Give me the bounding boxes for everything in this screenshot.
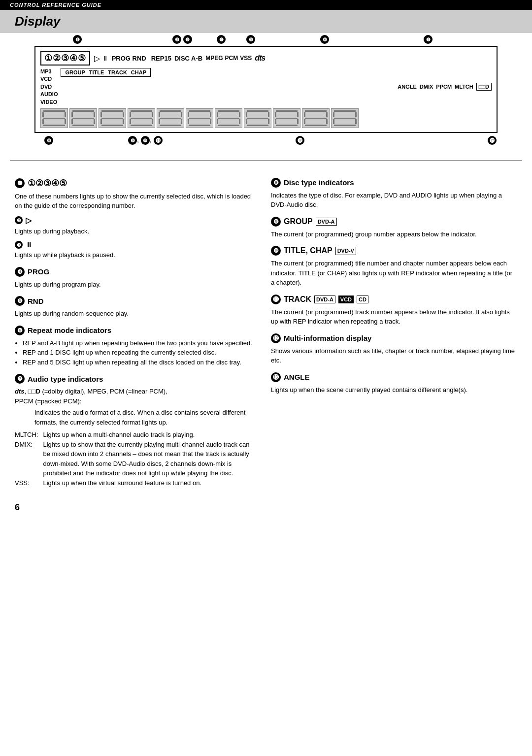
dts-logo: dts [255,54,265,63]
section-5-heading: ❺ RND [15,296,256,306]
section-3: ❸ ⏸ Lights up while playback is paused. [15,241,256,260]
section-8-heading: ❽ Disc type indicators [271,178,517,188]
lcd-panel: ①②③④⑤ ▷ ⏸ PROG RND REP15 DISC A-B MPEG P… [34,46,498,133]
section-6-bullets: REP and A-B light up when repeating betw… [15,338,256,367]
top-bar-label: CONTROL REFERENCE GUIDE [10,2,101,8]
digit-3 [99,108,126,128]
page-number: 6 [15,502,20,512]
angle-dmix-ppcm-mltch: ANGLE DMIX PPCM MLTCH □□D [398,83,492,91]
digit-8 [244,108,271,128]
source-labels: MP3 VCD DVD AUDIO VIDEO [40,68,58,106]
page-title-section: Display [0,10,532,33]
mpeg: MPEG [205,55,223,62]
section-4: ❹ PROG Lights up during program play. [15,267,256,290]
section-4-text: Lights up during program play. [15,280,256,290]
digit-5 [157,108,184,128]
left-column: ❶ ①②③④⑤ One of these numbers lights up t… [15,171,266,488]
section-13-text: Lights up when the scene currently playe… [271,385,517,395]
callout-4: ❹ [217,35,226,44]
group-title-track-chap: GROUP TITLE TRACK CHAP [61,68,151,77]
callout-1: ❶ [73,35,82,44]
section-8-text: Indicates the type of disc. For example,… [271,191,517,210]
section-2: ❷ ▷ Lights up during playback. [15,216,256,236]
rep15: REP15 [151,55,171,62]
section-2-text: Lights up during playback. [15,227,256,236]
section-3-text: Lights up while playback is paused. [15,250,256,260]
section-10: ❿ TITLE, CHAP DVD-V The current (or prog… [271,246,517,288]
section-10-text: The current (or programmed) title number… [271,259,517,288]
callout-13-pos: ⓭ [488,136,497,145]
page-title: Display [15,14,61,29]
section-9: ❾ GROUP DVD-A The current (or programmed… [271,217,517,239]
divider [10,161,522,161]
section-11-text: The current (or programmed) track number… [271,307,517,327]
section-7: ❼ Audio type indicators dts, □□D (=dolby… [15,374,256,488]
section-5: ❺ RND Lights up during random-sequence p… [15,296,256,319]
section-9-text: The current (or programmed) group number… [271,230,517,239]
section-4-heading: ❹ PROG [15,267,256,277]
section-11: ⓫ TRACK DVD-A VCD CD The current (or pro… [271,295,517,327]
digit-9 [273,108,300,128]
vss: VSS [240,55,252,62]
list-item: REP and 1 DISC light up when repeating t… [23,348,256,358]
section-10-heading: ❿ TITLE, CHAP DVD-V [271,246,517,256]
bottom-callouts: ❽ ❾, ❿, ⓫ ⓬ ⓭ [30,133,502,144]
content-area: ❶ ①②③④⑤ One of these numbers lights up t… [0,171,532,488]
section-6-heading: ❻ Repeat mode indicators [15,326,256,335]
section-7-dl: MLTCH: Lights up when a multi-channel au… [15,430,256,488]
right-column: ❽ Disc type indicators Indicates the typ… [266,171,517,488]
section-2-heading: ❷ ▷ [15,216,256,225]
section-12: ⓬ Multi-information display Shows variou… [271,333,517,365]
digit-11 [331,108,359,128]
section-9-heading: ❾ GROUP DVD-A [271,217,517,227]
pcm: PCM [225,55,238,62]
section-1: ❶ ①②③④⑤ One of these numbers lights up t… [15,178,256,211]
section-1-text: One of these numbers lights up to show t… [15,192,256,211]
callout-5: ❺ [246,35,255,44]
callout-7: ❼ [424,35,432,44]
digit-4 [128,108,155,128]
section-5-text: Lights up during random-sequence play. [15,309,256,319]
dl-row-mltch: MLTCH: Lights up when a multi-channel au… [15,430,256,440]
prog-rnd: PROG RND [110,55,146,62]
section-7-indent: Indicates the audio format of a disc. Wh… [15,408,256,427]
section-3-heading: ❸ ⏸ [15,241,256,249]
section-1-heading: ❶ ①②③④⑤ [15,178,256,189]
list-item: REP and A-B light up when repeating betw… [23,338,256,348]
page-number-area: 6 [0,488,532,523]
top-bar: CONTROL REFERENCE GUIDE [0,0,532,10]
pause-icon: ⏸ [102,55,108,62]
callout-8-pos: ❽ [44,136,53,145]
play-icon: ▷ [94,54,100,63]
section-8: ❽ Disc type indicators Indicates the typ… [271,178,517,210]
callout-9-10-11-pos: ❾, ❿, ⓫ [128,136,163,145]
disc-ab: DISC A-B [174,55,202,62]
callout-6: ❻ [320,35,329,44]
section-7-heading: ❼ Audio type indicators [15,374,256,384]
digit-1 [40,108,68,128]
section-12-text: Shows various information such as title,… [271,346,517,365]
callout-2: ❷ ❸ [172,35,192,44]
dl-row-vss: VSS: Lights up when the virtual surround… [15,478,256,488]
section-13-heading: ⓭ ANGLE [271,372,517,382]
section-13: ⓭ ANGLE Lights up when the scene current… [271,372,517,395]
list-item: REP and 5 DISC light up when repeating a… [23,358,256,367]
digit-2 [69,108,97,128]
digit-6 [186,108,213,128]
digit-7 [215,108,242,128]
section-11-heading: ⓫ TRACK DVD-A VCD CD [271,295,517,304]
section-12-heading: ⓬ Multi-information display [271,333,517,343]
digit-10 [302,108,330,128]
display-diagram: ❶ ❷ ❸ ❹ ❺ ❻ ❼ ①②③④⑤ ▷ ⏸ PROG RND REP15 [0,33,532,161]
digit-display-row [40,108,492,128]
disc-numbers: ①②③④⑤ [40,51,90,66]
dboxd-badge: □□D [476,83,492,91]
callout-12-pos: ⓬ [296,136,304,145]
dl-row-dmix: DMIX: Lights up to show that the current… [15,440,256,478]
section-6: ❻ Repeat mode indicators REP and A-B lig… [15,326,256,367]
section-7-audio-types: dts, □□D (=dolby digital), MPEG, PCM (=l… [15,387,256,406]
